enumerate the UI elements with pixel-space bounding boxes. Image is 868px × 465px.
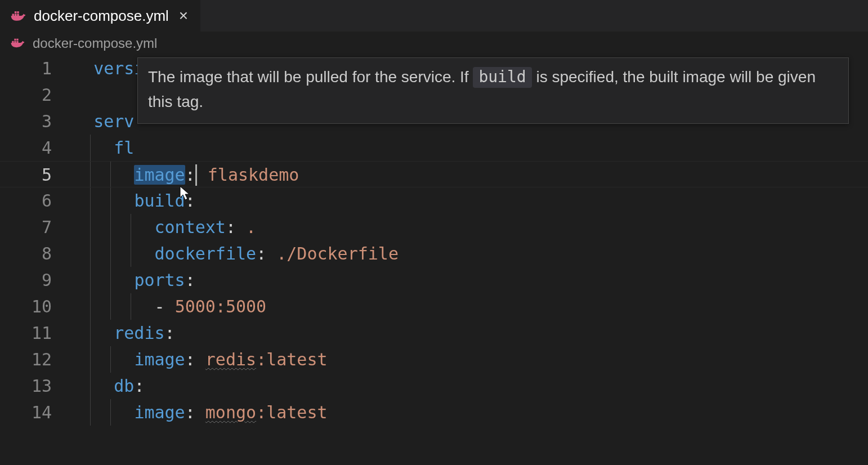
punctuation: : <box>185 403 205 422</box>
line-number: 14 <box>0 399 73 426</box>
code-line[interactable]: 10 - 5000:5000 <box>0 293 868 320</box>
code-editor[interactable]: The image that will be pulled for the se… <box>0 55 868 426</box>
yaml-value: ./Dockerfile <box>276 244 399 263</box>
line-number: 10 <box>0 293 73 320</box>
punctuation: - <box>134 297 175 316</box>
punctuation: : <box>185 350 205 369</box>
code-content[interactable]: image: redis:latest <box>73 346 868 373</box>
indent-guide <box>110 162 111 187</box>
yaml-key-selected: image <box>134 165 185 185</box>
code-line[interactable]: 11 redis: <box>0 320 868 346</box>
yaml-value: :latest <box>256 403 327 422</box>
text-cursor <box>195 164 197 186</box>
code-content[interactable]: build: <box>73 187 868 214</box>
code-line[interactable]: 7 context: . <box>0 214 868 240</box>
tooltip-code-chip: build <box>473 67 531 88</box>
code-line[interactable]: 5 image: flaskdemo <box>0 161 868 187</box>
code-line[interactable]: 9 ports: <box>0 267 868 293</box>
hover-tooltip: The image that will be pulled for the se… <box>137 57 849 124</box>
code-line[interactable]: 12 image: redis:latest <box>0 346 868 373</box>
code-line[interactable]: 4 fl <box>0 135 868 161</box>
code-line[interactable]: 14 image: mongo:latest <box>0 399 868 426</box>
indent-guide <box>90 267 91 293</box>
line-number: 11 <box>0 320 73 346</box>
breadcrumb[interactable]: docker-compose.yml <box>0 32 868 55</box>
indent-guide <box>110 346 111 373</box>
tooltip-text: The image that will be pulled for the se… <box>148 68 473 86</box>
line-number: 3 <box>0 108 73 135</box>
yaml-value: 5000:5000 <box>175 297 267 316</box>
docker-whale-icon <box>10 37 26 50</box>
line-number: 7 <box>0 214 73 240</box>
indent-guide <box>90 399 91 426</box>
code-content[interactable]: ports: <box>73 267 868 293</box>
punctuation: : <box>185 191 195 211</box>
line-number: 8 <box>0 240 73 267</box>
indent-guide <box>90 346 91 373</box>
code-line[interactable]: 8 dockerfile: ./Dockerfile <box>0 240 868 267</box>
line-number: 12 <box>0 346 73 373</box>
indent-guide <box>90 373 91 399</box>
yaml-key: dockerfile <box>155 244 257 263</box>
punctuation: : <box>256 244 276 263</box>
punctuation: : <box>226 217 246 237</box>
svg-rect-4 <box>17 11 19 14</box>
indent-guide <box>131 240 131 267</box>
yaml-value: flaskdemo <box>208 165 299 185</box>
indent-guide <box>90 293 91 320</box>
code-line[interactable]: 13 db: <box>0 373 868 399</box>
indent-guide <box>110 293 111 320</box>
line-number: 13 <box>0 373 73 399</box>
indent-guide <box>110 214 111 240</box>
yaml-key: serv <box>93 111 134 131</box>
punctuation <box>198 165 208 185</box>
tab-filename: docker-compose.yml <box>34 7 169 25</box>
yaml-value: . <box>246 217 256 237</box>
punctuation: : <box>185 270 195 290</box>
yaml-value: redis <box>205 350 256 369</box>
line-number: 9 <box>0 267 73 293</box>
code-content[interactable]: redis: <box>73 320 868 346</box>
yaml-value: :latest <box>256 350 327 369</box>
yaml-key: build <box>134 191 185 211</box>
svg-rect-7 <box>16 41 18 43</box>
indent-guide <box>110 267 111 293</box>
code-content[interactable]: image: flaskdemo <box>73 162 868 187</box>
indent-guide <box>90 240 91 267</box>
svg-rect-3 <box>15 11 17 14</box>
line-number: 1 <box>0 55 73 82</box>
indent-guide <box>110 399 111 426</box>
code-content[interactable]: db: <box>73 373 868 399</box>
docker-whale-icon <box>10 10 26 22</box>
indent-guide <box>90 187 91 214</box>
breadcrumb-filename: docker-compose.yml <box>33 35 157 51</box>
punctuation: : <box>165 323 175 343</box>
indent-guide <box>90 135 91 161</box>
punctuation: : <box>134 376 144 396</box>
yaml-value: mongo <box>205 403 256 422</box>
line-number: 5 <box>0 162 73 187</box>
indent-guide <box>90 162 91 187</box>
code-content[interactable]: - 5000:5000 <box>73 293 868 320</box>
yaml-key: fl <box>114 138 134 158</box>
line-number: 4 <box>0 135 73 161</box>
yaml-key: image <box>134 403 185 422</box>
close-icon[interactable]: × <box>177 8 190 24</box>
code-content[interactable]: image: mongo:latest <box>73 399 868 426</box>
tab-docker-compose[interactable]: docker-compose.yml × <box>0 0 201 32</box>
yaml-key: redis <box>114 323 164 343</box>
indent-guide <box>131 293 131 320</box>
yaml-key: ports <box>134 270 185 290</box>
svg-rect-5 <box>12 41 14 43</box>
indent-guide <box>90 214 91 240</box>
indent-guide <box>110 240 111 267</box>
indent-guide <box>90 320 91 346</box>
punctuation: : <box>185 165 195 185</box>
code-content[interactable]: fl <box>73 135 868 161</box>
code-line[interactable]: 6 build: <box>0 187 868 214</box>
svg-rect-0 <box>12 14 15 16</box>
yaml-key: image <box>134 350 185 369</box>
code-content[interactable]: context: . <box>73 214 868 240</box>
code-content[interactable]: dockerfile: ./Dockerfile <box>73 240 868 267</box>
line-number: 6 <box>0 187 73 214</box>
